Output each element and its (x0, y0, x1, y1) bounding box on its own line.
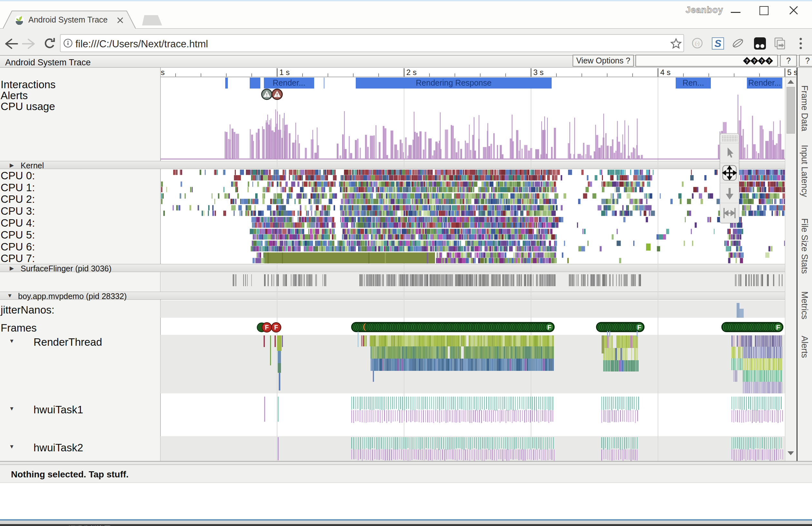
svg-text:s: s (161, 68, 165, 77)
svg-text:Rendering Response: Rendering Response (416, 78, 492, 87)
svg-text:Render...: Render... (273, 78, 305, 87)
svg-text:F: F (274, 324, 278, 331)
svg-text:Render...: Render... (748, 78, 781, 87)
svg-text:2 s: 2 s (406, 68, 417, 77)
svg-text:1 s: 1 s (279, 68, 290, 77)
svg-text:5 s: 5 s (787, 68, 798, 77)
svg-text:F: F (265, 324, 269, 331)
svg-text:F: F (548, 324, 552, 331)
svg-text:3 s: 3 s (533, 68, 543, 77)
svg-text:4 s: 4 s (660, 68, 670, 77)
svg-text:F: F (776, 324, 780, 331)
svg-text:F: F (637, 324, 641, 331)
svg-text:Ren...: Ren... (682, 78, 704, 87)
